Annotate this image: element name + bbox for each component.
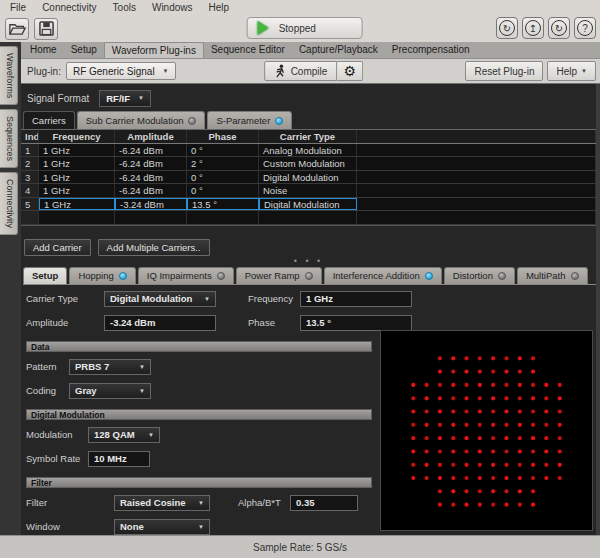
table-row[interactable]: 21 GHz-6.24 dBm2 °Custom Modulation xyxy=(21,157,596,171)
table-row[interactable]: 31 GHz-6.24 dBm0 °Digital Modulation xyxy=(21,171,596,185)
tab-home[interactable]: Home xyxy=(23,42,64,58)
help-menu-button[interactable]: Help ▼ xyxy=(547,61,596,81)
constellation-point xyxy=(478,489,482,493)
table-row[interactable]: 41 GHz-6.24 dBm0 °Noise xyxy=(21,184,596,198)
open-file-button[interactable] xyxy=(5,18,29,40)
sync-settings-icon-button[interactable]: ↻ xyxy=(496,17,518,39)
tab-distortion[interactable]: Distortion xyxy=(444,267,515,284)
side-tab-connectivity[interactable]: Connectivity xyxy=(0,172,18,235)
constellation-point xyxy=(451,396,455,400)
window-select[interactable]: None ▼ xyxy=(114,519,210,535)
compile-settings-button[interactable]: ⚙ xyxy=(337,61,363,81)
coding-select[interactable]: Gray ▼ xyxy=(69,383,151,399)
gray-status-dot-icon xyxy=(571,272,579,280)
signal-format-select[interactable]: RF/IF ▼ xyxy=(99,90,151,107)
constellation-point xyxy=(464,476,468,480)
tab-multipath[interactable]: MultiPath xyxy=(517,267,588,284)
tab-sequence-editor[interactable]: Sequence Editor xyxy=(204,42,292,58)
cell-carrier-type: Custom Modulation xyxy=(259,157,357,170)
tab-precompensation[interactable]: Precompensation xyxy=(385,42,477,58)
side-tab-waveforms[interactable]: Waveforms xyxy=(0,46,18,105)
chevron-down-icon: ▼ xyxy=(581,68,587,74)
constellation-point xyxy=(504,370,508,374)
plugin-select[interactable]: RF Generic Signal ▼ xyxy=(66,62,176,80)
tab-power-ramp[interactable]: Power Ramp xyxy=(236,267,322,284)
constellation-point xyxy=(504,436,508,440)
send-to-instrument-icon-button[interactable]: ↥ xyxy=(522,17,544,39)
frequency-input[interactable]: 1 GHz xyxy=(300,291,412,307)
filter-select[interactable]: Raised Cosine ▼ xyxy=(114,495,210,511)
cell-phase: 0 ° xyxy=(187,184,259,197)
window-label: Window xyxy=(26,521,114,532)
tab-setup[interactable]: Setup xyxy=(23,267,67,284)
cell-frequency: 1 GHz xyxy=(39,157,115,170)
modulation-select[interactable]: 128 QAM ▼ xyxy=(88,427,160,443)
menu-item-file[interactable]: File xyxy=(10,2,26,13)
add-carrier-button[interactable]: Add Carrier xyxy=(24,239,91,256)
constellation-point xyxy=(544,463,548,467)
menu-item-help[interactable]: Help xyxy=(209,2,230,13)
constellation-point xyxy=(451,409,455,413)
table-row[interactable]: 11 GHz-6.24 dBm0 °Analog Modulation xyxy=(21,144,596,158)
tab-capture-playback[interactable]: Capture/Playback xyxy=(292,42,385,58)
tab-iq-impairments[interactable]: IQ Impairments xyxy=(138,267,234,284)
chevron-down-icon: ▼ xyxy=(163,68,169,74)
constellation-point xyxy=(558,396,562,400)
tab-s-parameter[interactable]: S-Parameter xyxy=(207,111,292,129)
constellation-point xyxy=(491,409,495,413)
symbol-rate-input[interactable]: 10 MHz xyxy=(88,451,150,467)
column-header-phase[interactable]: Phase xyxy=(187,130,259,143)
run-state-button[interactable]: Stopped xyxy=(247,17,363,39)
data-section-header: Data xyxy=(26,341,372,352)
pattern-select[interactable]: PRBS 7 ▼ xyxy=(69,359,151,375)
carrier-tab-bar: CarriersSub Carrier ModulationS-Paramete… xyxy=(23,111,596,129)
alpha-label: Alpha/B*T xyxy=(238,497,290,508)
gray-status-dot-icon xyxy=(188,117,196,125)
alpha-input[interactable]: 0.35 xyxy=(290,495,358,511)
cell-index: 4 xyxy=(21,184,39,197)
cell-index: 1 xyxy=(21,144,39,157)
digital-modulation-section-header: Digital Modulation xyxy=(26,409,372,420)
signal-format-label: Signal Format xyxy=(27,93,89,104)
constellation-point xyxy=(425,409,429,413)
column-header-frequency[interactable]: Frequency xyxy=(39,130,115,143)
constellation-point xyxy=(464,409,468,413)
compile-label: Compile xyxy=(291,66,328,77)
side-tab-sequences[interactable]: Sequences xyxy=(0,109,18,168)
constellation-point xyxy=(464,449,468,453)
constellation-point xyxy=(531,409,535,413)
tab-waveform-plug-ins[interactable]: Waveform Plug-ins xyxy=(104,42,204,58)
splitter-handle[interactable]: • • • xyxy=(21,256,596,267)
carrier-type-select[interactable]: Digital Modulation ▼ xyxy=(104,291,216,307)
menu-item-connectivity[interactable]: Connectivity xyxy=(42,2,96,13)
tab-sub-carrier-modulation[interactable]: Sub Carrier Modulation xyxy=(77,111,206,129)
menu-item-windows[interactable]: Windows xyxy=(152,2,193,13)
tab-setup[interactable]: Setup xyxy=(64,42,104,58)
save-button[interactable] xyxy=(34,18,58,40)
column-header-amplitude[interactable]: Amplitude xyxy=(115,130,187,143)
constellation-point xyxy=(438,489,442,493)
menu-item-tools[interactable]: Tools xyxy=(113,2,136,13)
constellation-point xyxy=(411,423,415,427)
tab-interference-addition[interactable]: Interference Addition xyxy=(324,267,442,284)
constellation-point xyxy=(558,449,562,453)
column-header-index[interactable]: Index xyxy=(21,130,39,143)
tab-hopping[interactable]: Hopping xyxy=(69,267,135,284)
refresh-icon-button[interactable]: ↻ xyxy=(548,17,570,39)
compile-button[interactable]: Compile xyxy=(264,61,338,81)
add-multiple-carriers-button[interactable]: Add Multiple Carriers.. xyxy=(98,239,210,256)
column-header-carrier-type[interactable]: Carrier Type xyxy=(259,130,357,143)
about-help-icon-button[interactable]: ? xyxy=(574,17,596,39)
constellation-point xyxy=(411,476,415,480)
constellation-point xyxy=(451,449,455,453)
constellation-point xyxy=(518,409,522,413)
cell-frequency: 1 GHz xyxy=(39,144,115,157)
constellation-plot xyxy=(380,330,593,531)
phase-input[interactable]: 13.5 ° xyxy=(300,315,412,331)
tab-carriers[interactable]: Carriers xyxy=(23,111,75,129)
reset-plugin-button[interactable]: Reset Plug-in xyxy=(465,61,543,81)
amplitude-input[interactable]: -3.24 dBm xyxy=(104,315,216,331)
cell-empty xyxy=(357,184,596,197)
constellation-point xyxy=(425,383,429,387)
table-row[interactable]: 51 GHz-3.24 dBm13.5 °Digital Modulation xyxy=(21,198,596,212)
